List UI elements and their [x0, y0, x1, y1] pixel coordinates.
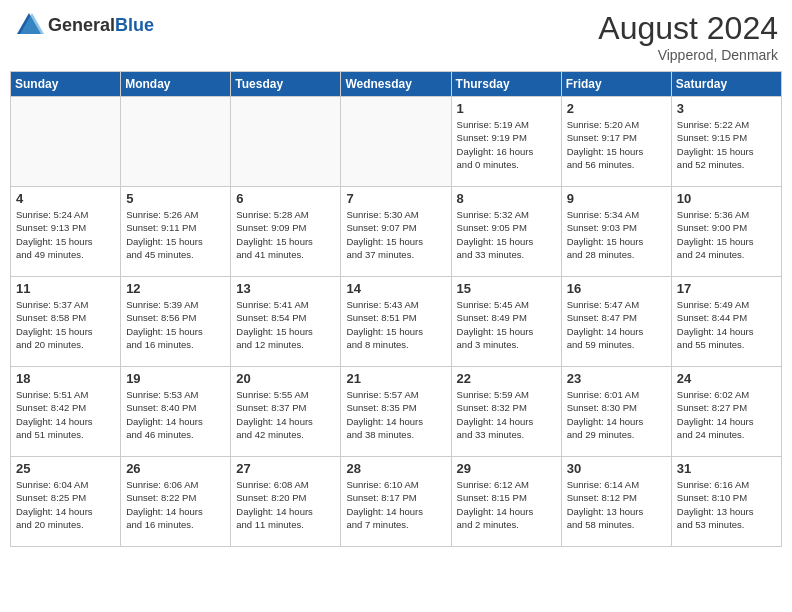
day-number: 19: [126, 371, 225, 386]
day-number: 30: [567, 461, 666, 476]
day-info: Sunrise: 5:55 AM Sunset: 8:37 PM Dayligh…: [236, 388, 335, 441]
day-number: 17: [677, 281, 776, 296]
day-info: Sunrise: 6:10 AM Sunset: 8:17 PM Dayligh…: [346, 478, 445, 531]
calendar-cell: 15Sunrise: 5:45 AM Sunset: 8:49 PM Dayli…: [451, 277, 561, 367]
weekday-header-sunday: Sunday: [11, 72, 121, 97]
day-number: 20: [236, 371, 335, 386]
calendar-cell: 4Sunrise: 5:24 AM Sunset: 9:13 PM Daylig…: [11, 187, 121, 277]
month-year: August 2024: [598, 10, 778, 47]
logo-general: General: [48, 15, 115, 35]
day-info: Sunrise: 6:02 AM Sunset: 8:27 PM Dayligh…: [677, 388, 776, 441]
day-info: Sunrise: 5:30 AM Sunset: 9:07 PM Dayligh…: [346, 208, 445, 261]
day-info: Sunrise: 5:45 AM Sunset: 8:49 PM Dayligh…: [457, 298, 556, 351]
day-info: Sunrise: 6:06 AM Sunset: 8:22 PM Dayligh…: [126, 478, 225, 531]
day-info: Sunrise: 5:36 AM Sunset: 9:00 PM Dayligh…: [677, 208, 776, 261]
week-row-1: 1Sunrise: 5:19 AM Sunset: 9:19 PM Daylig…: [11, 97, 782, 187]
day-info: Sunrise: 5:49 AM Sunset: 8:44 PM Dayligh…: [677, 298, 776, 351]
day-number: 7: [346, 191, 445, 206]
day-number: 5: [126, 191, 225, 206]
week-row-4: 18Sunrise: 5:51 AM Sunset: 8:42 PM Dayli…: [11, 367, 782, 457]
logo-icon: [14, 10, 44, 40]
calendar-cell: 19Sunrise: 5:53 AM Sunset: 8:40 PM Dayli…: [121, 367, 231, 457]
logo-blue: Blue: [115, 15, 154, 35]
day-info: Sunrise: 6:01 AM Sunset: 8:30 PM Dayligh…: [567, 388, 666, 441]
week-row-3: 11Sunrise: 5:37 AM Sunset: 8:58 PM Dayli…: [11, 277, 782, 367]
title-block: August 2024 Vipperod, Denmark: [598, 10, 778, 63]
day-info: Sunrise: 5:39 AM Sunset: 8:56 PM Dayligh…: [126, 298, 225, 351]
day-number: 11: [16, 281, 115, 296]
calendar-cell: 23Sunrise: 6:01 AM Sunset: 8:30 PM Dayli…: [561, 367, 671, 457]
calendar-cell: 1Sunrise: 5:19 AM Sunset: 9:19 PM Daylig…: [451, 97, 561, 187]
day-number: 14: [346, 281, 445, 296]
weekday-header-friday: Friday: [561, 72, 671, 97]
calendar-cell: 28Sunrise: 6:10 AM Sunset: 8:17 PM Dayli…: [341, 457, 451, 547]
day-info: Sunrise: 5:32 AM Sunset: 9:05 PM Dayligh…: [457, 208, 556, 261]
day-number: 23: [567, 371, 666, 386]
day-info: Sunrise: 6:08 AM Sunset: 8:20 PM Dayligh…: [236, 478, 335, 531]
day-info: Sunrise: 5:37 AM Sunset: 8:58 PM Dayligh…: [16, 298, 115, 351]
day-number: 25: [16, 461, 115, 476]
day-number: 24: [677, 371, 776, 386]
day-number: 18: [16, 371, 115, 386]
calendar-cell: 30Sunrise: 6:14 AM Sunset: 8:12 PM Dayli…: [561, 457, 671, 547]
day-number: 15: [457, 281, 556, 296]
calendar-cell: 27Sunrise: 6:08 AM Sunset: 8:20 PM Dayli…: [231, 457, 341, 547]
calendar-cell: 18Sunrise: 5:51 AM Sunset: 8:42 PM Dayli…: [11, 367, 121, 457]
page-header: GeneralBlue August 2024 Vipperod, Denmar…: [10, 10, 782, 63]
calendar-cell: 2Sunrise: 5:20 AM Sunset: 9:17 PM Daylig…: [561, 97, 671, 187]
calendar-cell: 13Sunrise: 5:41 AM Sunset: 8:54 PM Dayli…: [231, 277, 341, 367]
calendar-cell: 21Sunrise: 5:57 AM Sunset: 8:35 PM Dayli…: [341, 367, 451, 457]
calendar-cell: 9Sunrise: 5:34 AM Sunset: 9:03 PM Daylig…: [561, 187, 671, 277]
calendar-cell: 20Sunrise: 5:55 AM Sunset: 8:37 PM Dayli…: [231, 367, 341, 457]
calendar-cell: 24Sunrise: 6:02 AM Sunset: 8:27 PM Dayli…: [671, 367, 781, 457]
weekday-header-row: SundayMondayTuesdayWednesdayThursdayFrid…: [11, 72, 782, 97]
weekday-header-monday: Monday: [121, 72, 231, 97]
calendar-cell: 17Sunrise: 5:49 AM Sunset: 8:44 PM Dayli…: [671, 277, 781, 367]
day-number: 27: [236, 461, 335, 476]
day-info: Sunrise: 5:19 AM Sunset: 9:19 PM Dayligh…: [457, 118, 556, 171]
week-row-5: 25Sunrise: 6:04 AM Sunset: 8:25 PM Dayli…: [11, 457, 782, 547]
day-number: 8: [457, 191, 556, 206]
day-info: Sunrise: 5:57 AM Sunset: 8:35 PM Dayligh…: [346, 388, 445, 441]
day-info: Sunrise: 5:24 AM Sunset: 9:13 PM Dayligh…: [16, 208, 115, 261]
day-info: Sunrise: 5:22 AM Sunset: 9:15 PM Dayligh…: [677, 118, 776, 171]
calendar-cell: 8Sunrise: 5:32 AM Sunset: 9:05 PM Daylig…: [451, 187, 561, 277]
day-number: 28: [346, 461, 445, 476]
day-number: 4: [16, 191, 115, 206]
day-info: Sunrise: 6:16 AM Sunset: 8:10 PM Dayligh…: [677, 478, 776, 531]
day-number: 3: [677, 101, 776, 116]
calendar-cell: 14Sunrise: 5:43 AM Sunset: 8:51 PM Dayli…: [341, 277, 451, 367]
calendar-cell: 6Sunrise: 5:28 AM Sunset: 9:09 PM Daylig…: [231, 187, 341, 277]
calendar-cell: 16Sunrise: 5:47 AM Sunset: 8:47 PM Dayli…: [561, 277, 671, 367]
day-number: 12: [126, 281, 225, 296]
weekday-header-wednesday: Wednesday: [341, 72, 451, 97]
calendar-cell: 10Sunrise: 5:36 AM Sunset: 9:00 PM Dayli…: [671, 187, 781, 277]
day-info: Sunrise: 5:53 AM Sunset: 8:40 PM Dayligh…: [126, 388, 225, 441]
day-number: 1: [457, 101, 556, 116]
calendar-table: SundayMondayTuesdayWednesdayThursdayFrid…: [10, 71, 782, 547]
day-info: Sunrise: 5:51 AM Sunset: 8:42 PM Dayligh…: [16, 388, 115, 441]
location: Vipperod, Denmark: [598, 47, 778, 63]
weekday-header-thursday: Thursday: [451, 72, 561, 97]
calendar-cell: [231, 97, 341, 187]
week-row-2: 4Sunrise: 5:24 AM Sunset: 9:13 PM Daylig…: [11, 187, 782, 277]
calendar-cell: 12Sunrise: 5:39 AM Sunset: 8:56 PM Dayli…: [121, 277, 231, 367]
weekday-header-saturday: Saturday: [671, 72, 781, 97]
day-info: Sunrise: 5:47 AM Sunset: 8:47 PM Dayligh…: [567, 298, 666, 351]
calendar-cell: 25Sunrise: 6:04 AM Sunset: 8:25 PM Dayli…: [11, 457, 121, 547]
day-number: 22: [457, 371, 556, 386]
day-info: Sunrise: 5:41 AM Sunset: 8:54 PM Dayligh…: [236, 298, 335, 351]
day-number: 29: [457, 461, 556, 476]
logo: GeneralBlue: [14, 10, 154, 40]
day-info: Sunrise: 5:43 AM Sunset: 8:51 PM Dayligh…: [346, 298, 445, 351]
day-number: 31: [677, 461, 776, 476]
day-number: 26: [126, 461, 225, 476]
day-info: Sunrise: 6:12 AM Sunset: 8:15 PM Dayligh…: [457, 478, 556, 531]
calendar-cell: 29Sunrise: 6:12 AM Sunset: 8:15 PM Dayli…: [451, 457, 561, 547]
calendar-cell: [11, 97, 121, 187]
day-info: Sunrise: 6:04 AM Sunset: 8:25 PM Dayligh…: [16, 478, 115, 531]
weekday-header-tuesday: Tuesday: [231, 72, 341, 97]
calendar-cell: 7Sunrise: 5:30 AM Sunset: 9:07 PM Daylig…: [341, 187, 451, 277]
day-number: 16: [567, 281, 666, 296]
calendar-cell: 5Sunrise: 5:26 AM Sunset: 9:11 PM Daylig…: [121, 187, 231, 277]
